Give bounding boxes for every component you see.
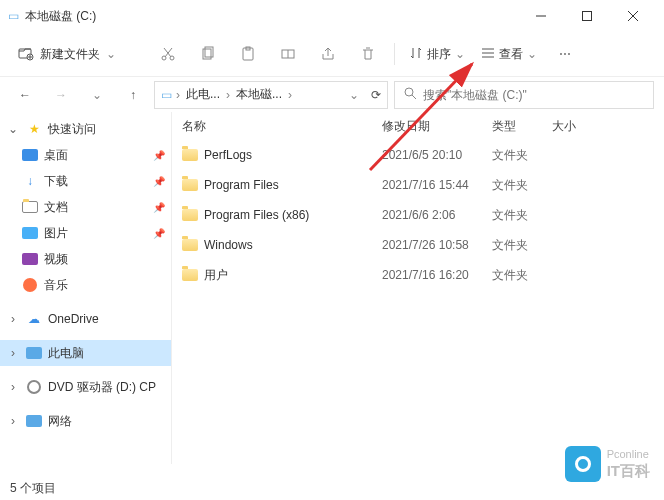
more-button[interactable]: ⋯ bbox=[547, 38, 583, 70]
sidebar-label: 视频 bbox=[44, 251, 68, 268]
breadcrumb-drive[interactable]: 本地磁... bbox=[234, 86, 284, 103]
column-date[interactable]: 修改日期 bbox=[382, 118, 492, 135]
file-type: 文件夹 bbox=[492, 237, 552, 254]
folder-icon bbox=[182, 269, 198, 281]
back-button[interactable]: ← bbox=[10, 81, 40, 109]
minimize-button[interactable] bbox=[518, 0, 564, 32]
paste-button[interactable] bbox=[230, 38, 266, 70]
column-type[interactable]: 类型 bbox=[492, 118, 552, 135]
picture-icon bbox=[22, 225, 38, 241]
sort-button[interactable]: 排序 ⌄ bbox=[403, 42, 471, 67]
sidebar-label: 桌面 bbox=[44, 147, 68, 164]
drive-icon: ▭ bbox=[161, 88, 172, 102]
window-title: 本地磁盘 (C:) bbox=[25, 8, 96, 25]
table-row[interactable]: PerfLogs2021/6/5 20:10文件夹 bbox=[182, 140, 654, 170]
recent-chevron-icon[interactable]: ⌄ bbox=[82, 81, 112, 109]
close-button[interactable] bbox=[610, 0, 656, 32]
search-box[interactable] bbox=[394, 81, 654, 109]
desktop-icon bbox=[22, 147, 38, 163]
watermark: Pconline IT百科 bbox=[565, 446, 650, 482]
sidebar-item-desktop[interactable]: 桌面 📌 bbox=[0, 142, 171, 168]
breadcrumb-thispc[interactable]: 此电... bbox=[184, 86, 222, 103]
sidebar-label: 音乐 bbox=[44, 277, 68, 294]
sidebar-label: DVD 驱动器 (D:) CP bbox=[48, 379, 156, 396]
file-name: Program Files bbox=[204, 178, 279, 192]
sidebar: ⌄ ★ 快速访问 桌面 📌 ↓ 下载 📌 文档 📌 图片 📌 视频 bbox=[0, 112, 172, 464]
column-size[interactable]: 大小 bbox=[552, 118, 654, 135]
file-date: 2021/6/5 20:10 bbox=[382, 148, 492, 162]
share-button[interactable] bbox=[310, 38, 346, 70]
chevron-right-icon[interactable]: › bbox=[6, 380, 20, 394]
table-row[interactable]: Windows2021/7/26 10:58文件夹 bbox=[182, 230, 654, 260]
chevron-down-icon[interactable]: ⌄ bbox=[6, 122, 20, 136]
search-input[interactable] bbox=[423, 88, 645, 102]
sidebar-item-videos[interactable]: 视频 bbox=[0, 246, 171, 272]
folder-icon bbox=[182, 179, 198, 191]
cut-button[interactable] bbox=[150, 38, 186, 70]
delete-button[interactable] bbox=[350, 38, 386, 70]
title-bar: ▭ 本地磁盘 (C:) bbox=[0, 0, 664, 32]
file-name: Windows bbox=[204, 238, 253, 252]
chevron-right-icon[interactable]: › bbox=[6, 414, 20, 428]
sidebar-item-documents[interactable]: 文档 📌 bbox=[0, 194, 171, 220]
svg-point-10 bbox=[405, 88, 413, 96]
chevron-right-icon: › bbox=[288, 88, 292, 102]
star-icon: ★ bbox=[26, 121, 42, 137]
file-name: 用户 bbox=[204, 267, 228, 284]
chevron-down-icon[interactable]: ⌄ bbox=[349, 88, 359, 102]
sort-icon bbox=[409, 46, 423, 63]
watermark-logo-icon bbox=[565, 446, 601, 482]
refresh-button[interactable]: ⟳ bbox=[371, 88, 381, 102]
svg-rect-0 bbox=[583, 12, 592, 21]
sidebar-item-network[interactable]: › 网络 bbox=[0, 408, 171, 434]
copy-button[interactable] bbox=[190, 38, 226, 70]
sidebar-label: 此电脑 bbox=[48, 345, 84, 362]
file-name: PerfLogs bbox=[204, 148, 252, 162]
chevron-right-icon[interactable]: › bbox=[6, 312, 20, 326]
sidebar-item-quick-access[interactable]: ⌄ ★ 快速访问 bbox=[0, 116, 171, 142]
forward-button[interactable]: → bbox=[46, 81, 76, 109]
new-folder-label: 新建文件夹 bbox=[40, 46, 100, 63]
dvd-icon bbox=[26, 379, 42, 395]
watermark-top: Pconline bbox=[607, 448, 650, 461]
table-row[interactable]: Program Files (x86)2021/6/6 2:06文件夹 bbox=[182, 200, 654, 230]
maximize-button[interactable] bbox=[564, 0, 610, 32]
file-date: 2021/6/6 2:06 bbox=[382, 208, 492, 222]
file-type: 文件夹 bbox=[492, 147, 552, 164]
sidebar-item-pictures[interactable]: 图片 📌 bbox=[0, 220, 171, 246]
new-folder-icon bbox=[18, 45, 34, 64]
watermark-bottom: IT百科 bbox=[607, 462, 650, 480]
rename-button[interactable] bbox=[270, 38, 306, 70]
pin-icon: 📌 bbox=[153, 150, 165, 161]
column-name[interactable]: 名称 bbox=[182, 118, 382, 135]
document-icon bbox=[22, 199, 38, 215]
sidebar-label: 下载 bbox=[44, 173, 68, 190]
sidebar-item-music[interactable]: 音乐 bbox=[0, 272, 171, 298]
pc-icon bbox=[26, 345, 42, 361]
sidebar-label: 网络 bbox=[48, 413, 72, 430]
up-button[interactable]: ↑ bbox=[118, 81, 148, 109]
nav-bar: ← → ⌄ ↑ ▭ › 此电... › 本地磁... › ⌄ ⟳ bbox=[0, 76, 664, 112]
table-row[interactable]: 用户2021/7/16 16:20文件夹 bbox=[182, 260, 654, 290]
sidebar-item-thispc[interactable]: › 此电脑 bbox=[0, 340, 171, 366]
folder-icon bbox=[182, 149, 198, 161]
sidebar-label: 文档 bbox=[44, 199, 68, 216]
sidebar-item-dvd[interactable]: › DVD 驱动器 (D:) CP bbox=[0, 374, 171, 400]
separator bbox=[394, 43, 395, 65]
table-row[interactable]: Program Files2021/7/16 15:44文件夹 bbox=[182, 170, 654, 200]
sidebar-item-downloads[interactable]: ↓ 下载 📌 bbox=[0, 168, 171, 194]
sidebar-label: 快速访问 bbox=[48, 121, 96, 138]
view-button[interactable]: 查看 ⌄ bbox=[475, 42, 543, 67]
address-bar[interactable]: ▭ › 此电... › 本地磁... › ⌄ ⟳ bbox=[154, 81, 388, 109]
file-type: 文件夹 bbox=[492, 177, 552, 194]
status-count: 5 个项目 bbox=[10, 480, 56, 497]
cloud-icon: ☁ bbox=[26, 311, 42, 327]
music-icon bbox=[22, 277, 38, 293]
chevron-right-icon[interactable]: › bbox=[6, 346, 20, 360]
new-folder-button[interactable]: 新建文件夹 ⌄ bbox=[10, 41, 124, 68]
file-date: 2021/7/26 10:58 bbox=[382, 238, 492, 252]
pin-icon: 📌 bbox=[153, 228, 165, 239]
network-icon bbox=[26, 413, 42, 429]
sidebar-item-onedrive[interactable]: › ☁ OneDrive bbox=[0, 306, 171, 332]
chevron-right-icon: › bbox=[176, 88, 180, 102]
